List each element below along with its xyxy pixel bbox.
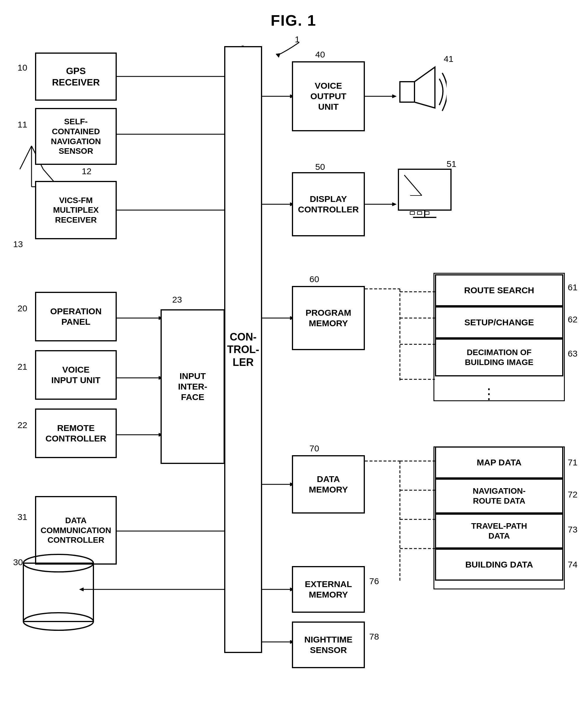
- svg-line-13: [26, 146, 31, 157]
- ref-31: 31: [18, 512, 27, 522]
- monitor-icon: [396, 166, 460, 230]
- ref-23: 23: [172, 295, 182, 305]
- ref-71: 71: [568, 458, 578, 467]
- controller-box: CON- TROL- LER: [224, 46, 262, 653]
- ref-13: 13: [13, 239, 23, 249]
- nighttime-sensor-box: NIGHTTIME SENSOR: [292, 622, 365, 668]
- operation-panel-box: OPERATION PANEL: [35, 292, 117, 341]
- figure-title: FIG. 1: [271, 12, 316, 29]
- external-memory-box: EXTERNAL MEMORY: [292, 566, 365, 613]
- ref-61: 61: [568, 283, 578, 292]
- ref-20: 20: [18, 304, 27, 313]
- ref-73: 73: [568, 525, 578, 535]
- voice-input-unit-box: VOICE INPUT UNIT: [35, 350, 117, 400]
- ref-10: 10: [18, 63, 27, 73]
- vics-fm-box: VICS-FM MULTIPLEX RECEIVER: [35, 181, 117, 239]
- ref-40: 40: [315, 50, 325, 59]
- svg-rect-70: [410, 212, 415, 215]
- svg-rect-65: [398, 169, 451, 210]
- program-memory-box: PROGRAM MEMORY: [292, 286, 365, 350]
- ref-78: 78: [369, 632, 379, 641]
- remote-controller-box: REMOTE CONTROLLER: [35, 409, 117, 458]
- ref-22: 22: [18, 420, 27, 430]
- database-cylinder-icon: [18, 545, 99, 633]
- svg-line-14: [20, 157, 26, 169]
- ref-50: 50: [315, 162, 325, 172]
- ref-1: 1: [295, 34, 300, 44]
- map-data-box: MAP DATA: [435, 446, 563, 479]
- svg-marker-64: [415, 67, 435, 108]
- ref-51: 51: [447, 159, 456, 169]
- ref-76: 76: [369, 576, 379, 586]
- svg-rect-71: [417, 212, 422, 215]
- diagram-container: FIG. 1 1: [0, 0, 587, 728]
- ref-72: 72: [568, 490, 578, 500]
- svg-line-66: [404, 175, 422, 195]
- nav-route-data-box: NAVIGATION- ROUTE DATA: [435, 479, 563, 513]
- svg-marker-0: [276, 53, 280, 57]
- input-interface-box: INPUT INTER- FACE: [161, 309, 225, 464]
- self-contained-nav-box: SELF- CONTAINED NAVIGATION SENSOR: [35, 108, 117, 165]
- ref-74: 74: [568, 560, 578, 569]
- ref-21: 21: [18, 362, 27, 372]
- voice-output-unit-box: VOICE OUTPUT UNIT: [292, 61, 365, 131]
- speaker-icon: [394, 61, 447, 120]
- ref-70: 70: [309, 443, 319, 454]
- display-controller-box: DISPLAY CONTROLLER: [292, 172, 365, 236]
- ref-12: 12: [82, 166, 91, 176]
- svg-rect-63: [400, 82, 415, 102]
- building-data-box: BUILDING DATA: [435, 549, 563, 581]
- data-memory-box: DATA MEMORY: [292, 455, 365, 513]
- program-list-wrapper: [433, 273, 565, 401]
- svg-rect-72: [425, 212, 429, 215]
- ref-60: 60: [309, 274, 319, 284]
- travel-path-box: TRAVEL-PATH DATA: [435, 513, 563, 549]
- ref-41: 41: [444, 54, 453, 64]
- ref-62: 62: [568, 315, 578, 324]
- ref-63: 63: [568, 349, 578, 359]
- gps-receiver-box: GPS RECEIVER: [35, 52, 117, 101]
- ref-30: 30: [13, 557, 23, 567]
- ref-11: 11: [18, 120, 27, 129]
